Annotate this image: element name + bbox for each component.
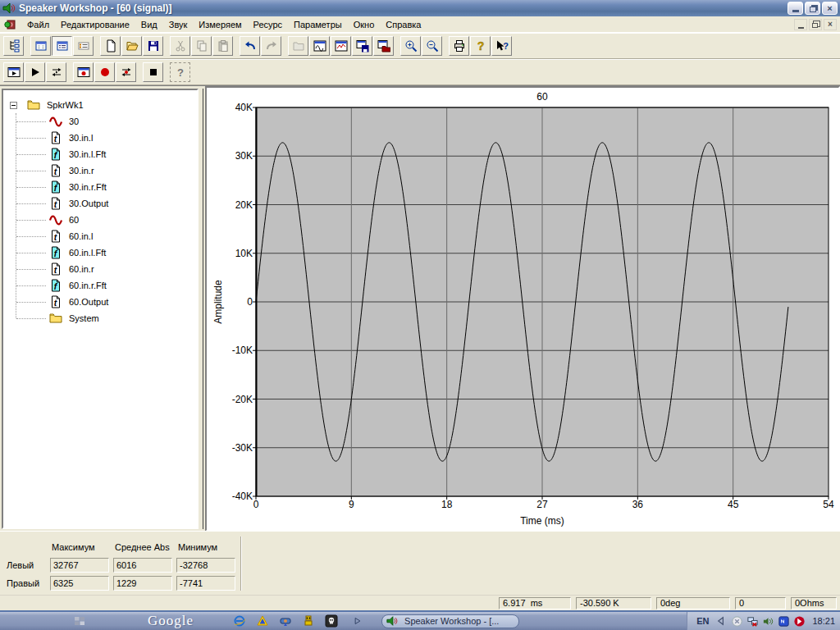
new-file-button[interactable]: [100, 36, 121, 56]
import-folder-button[interactable]: [288, 36, 308, 56]
redo-button[interactable]: [261, 36, 281, 56]
zoom-out-button[interactable]: [422, 36, 442, 56]
copy-button[interactable]: [191, 36, 212, 56]
skull-app-icon[interactable]: [325, 614, 339, 628]
taskbar-window-button[interactable]: Speaker Workshop - [...: [381, 614, 519, 628]
stats-header: Среднее Abs: [113, 542, 172, 552]
tree-pane-button[interactable]: [3, 36, 24, 56]
tree-item-system[interactable]: System: [3, 310, 197, 326]
play-window-button[interactable]: [3, 62, 24, 82]
menu-3[interactable]: Вид: [135, 18, 163, 31]
minimize-icon: [792, 10, 799, 12]
y-tick-label: 40K: [221, 102, 253, 113]
chart-window-button[interactable]: [309, 36, 330, 56]
pane-splitter[interactable]: [200, 89, 203, 529]
tree-item-root[interactable]: SpkrWk1: [3, 97, 197, 113]
tree-item-60[interactable]: 60: [3, 212, 197, 228]
save-chart-button[interactable]: [352, 36, 372, 56]
folder-icon: [49, 312, 62, 325]
tree-item-30-in-l[interactable]: t30.in.l: [3, 130, 197, 146]
tree-item-label: 30.in.r.Fft: [69, 182, 107, 192]
help-button[interactable]: ?: [470, 36, 491, 56]
transport-toolbar: ?: [0, 59, 840, 85]
document-system-icon[interactable]: [3, 18, 16, 31]
tree-item-30-output[interactable]: t30.Output: [3, 195, 197, 212]
y-tick-label: 10K: [221, 248, 253, 259]
stop-button[interactable]: [143, 62, 163, 82]
mdi-restore-button[interactable]: [809, 19, 822, 30]
tray-app-red-icon[interactable]: [793, 615, 806, 628]
chart-compare-button[interactable]: [331, 36, 351, 56]
x-tick-label: 45: [719, 499, 748, 510]
open-file-button[interactable]: [121, 36, 142, 56]
context-help-button[interactable]: ?: [491, 36, 512, 56]
x-tick-label: 27: [527, 499, 557, 510]
minimize-button[interactable]: [788, 2, 803, 15]
menu-6[interactable]: Ресурс: [248, 18, 288, 31]
record-button[interactable]: [94, 62, 115, 82]
menu-8[interactable]: Окно: [348, 18, 381, 31]
tree-item-60-in-l[interactable]: t60.in.l: [3, 228, 197, 244]
view-detail-button[interactable]: [52, 36, 72, 56]
fdoc-icon: f: [49, 148, 62, 161]
record-loop-button[interactable]: [116, 62, 136, 82]
tree-item-60-in-r[interactable]: t60.in.r: [3, 261, 197, 277]
close-button[interactable]: ×: [822, 2, 838, 15]
menu-9[interactable]: Справка: [380, 18, 427, 31]
cut-button[interactable]: [170, 36, 190, 56]
fdoc-icon: f: [49, 279, 62, 292]
language-indicator[interactable]: EN: [694, 615, 711, 627]
menu-1[interactable]: Файл: [21, 18, 55, 31]
menu-4[interactable]: Звук: [163, 18, 194, 31]
tray-volume-icon[interactable]: [762, 615, 774, 628]
robot-app-icon[interactable]: [302, 614, 316, 628]
paste-button[interactable]: [212, 36, 233, 56]
tree-item-60-output[interactable]: t60.Output: [3, 294, 197, 310]
tree-collapse-toggle[interactable]: [10, 102, 17, 109]
restore-icon: [810, 7, 816, 12]
taskbar-window-button-label: Speaker Workshop - [...: [404, 616, 499, 626]
view-list-button[interactable]: [73, 36, 94, 56]
delta-app-icon[interactable]: [256, 614, 270, 628]
save-file-button[interactable]: [143, 36, 163, 56]
undo-button[interactable]: [240, 36, 260, 56]
tree-item-30-in-l-fft[interactable]: f30.in.l.Fft: [3, 146, 197, 162]
plot-area[interactable]: [246, 101, 833, 504]
mdi-minimize-button[interactable]: [794, 19, 807, 30]
tree-item-30[interactable]: 30: [3, 113, 197, 130]
menu-7[interactable]: Параметры: [288, 18, 348, 31]
restore-button[interactable]: [805, 2, 820, 15]
ie-icon[interactable]: [233, 614, 247, 628]
tray-collapse-icon[interactable]: [715, 615, 728, 628]
tree-item-label: 30: [69, 116, 79, 126]
export-chart-button[interactable]: [373, 36, 394, 56]
tree-item-30-in-r[interactable]: t30.in.r: [3, 162, 197, 179]
menu-5[interactable]: Измеряем: [193, 18, 247, 31]
menu-2[interactable]: Редактирование: [55, 18, 135, 31]
windows-start-flag-icon[interactable]: [69, 614, 90, 628]
project-tree-panel: SpkrWk130t30.in.lf30.in.l.Fftt30.in.rf30…: [2, 89, 199, 529]
tree-item-label: 30.Output: [69, 199, 108, 208]
tree-item-label: 60.in.r.Fft: [69, 281, 107, 290]
tree-item-60-in-l-fft[interactable]: f60.in.l.Fft: [3, 244, 197, 261]
hand-app-icon[interactable]: [279, 614, 293, 628]
tray-network-offline-icon[interactable]: [746, 615, 759, 628]
play-button[interactable]: [25, 62, 45, 82]
view-icons-button[interactable]: [30, 36, 51, 56]
google-toolbar-label[interactable]: Google: [148, 613, 194, 629]
tree-item-30-in-r-fft[interactable]: f30.in.r.Fft: [3, 179, 197, 195]
record-window-button[interactable]: [73, 62, 94, 82]
zoom-in-button[interactable]: [400, 36, 421, 56]
play-loop-button[interactable]: [46, 62, 66, 82]
tray-app-light-icon[interactable]: [731, 615, 743, 628]
tree-item-60-in-r-fft[interactable]: f60.in.r.Fft: [3, 277, 197, 294]
stats-row-label: Левый: [7, 560, 46, 570]
print-button[interactable]: [449, 36, 469, 56]
svg-text:t: t: [54, 134, 57, 144]
quicklaunch-overflow-chevron[interactable]: [354, 616, 362, 626]
tray-app-blue-icon[interactable]: [778, 615, 790, 628]
taskbar: Google Speaker Workshop - [... EN 18:21: [0, 612, 840, 630]
help-outline-button[interactable]: ?: [170, 62, 190, 82]
tree-item-label: 60.in.r: [69, 264, 94, 274]
mdi-close-button[interactable]: ×: [824, 19, 837, 30]
